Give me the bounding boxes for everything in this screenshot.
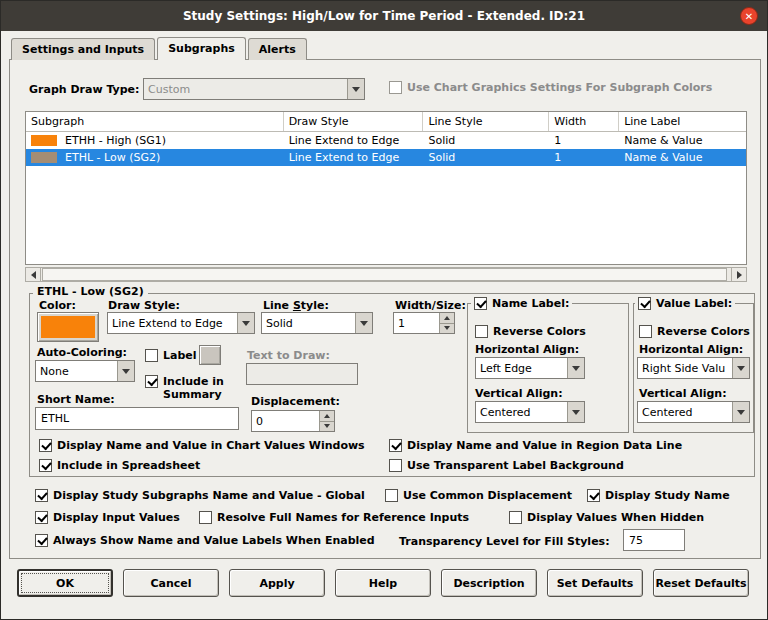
cancel-button[interactable]: Cancel [123,569,219,597]
text-to-draw-input[interactable] [246,363,358,385]
transparent-label-background-checkbox[interactable]: Use Transparent Label Background [389,459,624,472]
short-name-input[interactable] [35,407,239,430]
dropdown-arrow-button[interactable] [355,313,372,333]
ok-button[interactable]: OK [17,569,113,597]
display-study-subgraphs-global-checkbox[interactable]: Display Study Subgraphs Name and Value -… [35,489,365,502]
always-show-name-value-labels-checkbox[interactable]: Always Show Name and Value Labels When E… [35,534,375,547]
name-vertical-align-label: Vertical Align: [475,387,563,400]
name-horizontal-align-label: Horizontal Align: [475,343,579,356]
set-defaults-button[interactable]: Set Defaults [547,569,643,597]
draw-style-select[interactable]: Line Extend to Edge [107,312,255,334]
scroll-left-button[interactable] [26,268,41,281]
table-row-selected[interactable]: ETHL - Low (SG2) Line Extend to Edge Sol… [26,149,746,166]
checkbox-label: Use Chart Graphics Settings For Subgraph… [407,81,712,94]
name-horizontal-align-select[interactable]: Left Edge [475,357,585,379]
display-values-when-hidden-checkbox[interactable]: Display Values When Hidden [509,511,704,524]
value-vertical-align-label: Vertical Align: [639,387,727,400]
draw-style-cell: Line Extend to Edge [284,134,424,147]
dropdown-arrow-button[interactable] [732,402,749,422]
checkbox-label: Display Values When Hidden [527,511,704,524]
scrollbar-thumb[interactable] [42,268,727,281]
line-label-cell: Name & Value [619,151,746,164]
column-header-line-style[interactable]: Line Style [423,112,549,131]
checkbox-label: Use Common Displacement [403,489,572,502]
tab-subgraphs[interactable]: Subgraphs [157,37,246,60]
value-horizontal-align-label: Horizontal Align: [639,343,743,356]
checkbox-box [389,81,402,94]
close-icon[interactable]: ✕ [740,7,758,25]
include-in-summary-checkbox[interactable]: Include in Summary [145,375,241,401]
spin-down-button[interactable] [320,421,334,432]
text-to-draw-label: Text to Draw: [247,349,330,362]
resolve-full-names-checkbox[interactable]: Resolve Full Names for Reference Inputs [199,511,469,524]
reset-defaults-button[interactable]: Reset Defaults [653,569,749,597]
name-reverse-colors-checkbox[interactable]: Reverse Colors [475,325,586,338]
width-cell: 1 [549,151,619,164]
displacement-stepper[interactable]: 0 [251,410,335,432]
name-vertical-align-select[interactable]: Centered [475,401,585,423]
displacement-value: 0 [252,411,319,431]
column-header-line-label[interactable]: Line Label [619,112,746,131]
display-name-value-chart-values-checkbox[interactable]: Display Name and Value in Chart Values W… [39,439,365,452]
spinner-buttons [319,411,334,431]
spin-up-button[interactable] [440,313,454,323]
scroll-right-button[interactable] [731,268,746,281]
include-in-spreadsheet-checkbox[interactable]: Include in Spreadsheet [39,459,200,472]
scrollbar-track[interactable] [41,268,731,281]
tab-alerts[interactable]: Alerts [248,38,307,60]
value-reverse-colors-checkbox[interactable]: Reverse Colors [639,325,750,338]
line-style-select[interactable]: Solid [261,312,373,334]
name-label-checkbox[interactable]: Name Label: [471,297,572,310]
column-header-width[interactable]: Width [549,112,619,131]
value-horizontal-align-select[interactable]: Right Side Valu [637,357,750,379]
graph-draw-type-select[interactable]: Custom [143,78,365,100]
color-label: Color: [39,299,76,312]
combo-value: None [36,361,117,381]
use-common-displacement-checkbox[interactable]: Use Common Displacement [385,489,572,502]
spin-down-button[interactable] [440,323,454,334]
apply-button[interactable]: Apply [229,569,325,597]
auto-coloring-select[interactable]: None [35,360,135,382]
width-size-stepper[interactable]: 1 [393,312,455,334]
checkbox-box [39,439,52,452]
checkbox-box [145,349,158,362]
description-button[interactable]: Description [441,569,537,597]
use-chart-graphics-checkbox[interactable]: Use Chart Graphics Settings For Subgraph… [389,81,712,94]
checkbox-label: Include in Summary [163,375,241,401]
chevron-up-icon [444,316,450,320]
dropdown-arrow-button[interactable] [732,358,749,378]
chevron-up-icon [324,414,330,418]
short-name-label: Short Name: [37,393,115,406]
horizontal-scrollbar[interactable] [25,267,747,282]
display-study-name-checkbox[interactable]: Display Study Name [587,489,730,502]
color-picker-button[interactable] [37,312,99,342]
column-header-subgraph[interactable]: Subgraph [26,112,284,131]
chevron-down-icon [324,424,330,428]
title-bar[interactable]: Study Settings: High/Low for Time Period… [1,1,767,31]
display-input-values-checkbox[interactable]: Display Input Values [35,511,180,524]
label-color-button[interactable] [199,345,221,365]
draw-style-cell: Line Extend to Edge [284,151,424,164]
subgraph-name: ETHL - Low (SG2) [65,151,160,164]
spin-up-button[interactable] [320,411,334,421]
dropdown-arrow-button[interactable] [567,402,584,422]
display-name-value-region-checkbox[interactable]: Display Name and Value in Region Data Li… [389,439,682,452]
graph-draw-type-label: Graph Draw Type: [29,83,139,96]
value-vertical-align-select[interactable]: Centered [637,401,750,423]
dropdown-arrow-button[interactable] [567,358,584,378]
checkbox-box [199,511,212,524]
value-label-checkbox[interactable]: Value Label: [635,297,735,310]
dropdown-arrow-button[interactable] [347,79,364,99]
subgraph-name: ETHH - High (SG1) [65,134,166,147]
checkbox-box [475,325,488,338]
label-checkbox[interactable]: Label [145,349,197,362]
checkbox-label: Include in Spreadsheet [57,459,200,472]
subgraph-table[interactable]: Subgraph Draw Style Line Style Width Lin… [25,111,747,265]
tab-settings-and-inputs[interactable]: Settings and Inputs [11,38,155,60]
table-row[interactable]: ETHH - High (SG1) Line Extend to Edge So… [26,132,746,149]
transparency-level-input[interactable] [623,529,685,551]
dropdown-arrow-button[interactable] [117,361,134,381]
dropdown-arrow-button[interactable] [237,313,254,333]
help-button[interactable]: Help [335,569,431,597]
column-header-draw-style[interactable]: Draw Style [284,112,424,131]
